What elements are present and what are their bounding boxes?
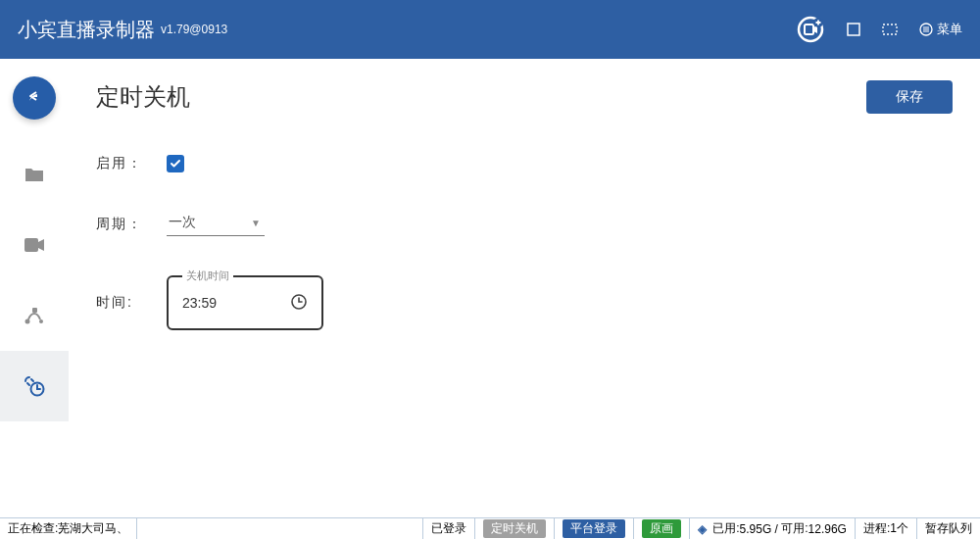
sidebar-item-cleanup[interactable] [0,280,69,351]
window-dashed-icon[interactable] [882,24,898,35]
svg-point-7 [25,319,30,324]
page-title: 定时关机 [96,81,190,113]
app-version: v1.79@0913 [161,23,227,36]
status-login[interactable]: 已登录 [423,518,475,539]
svg-rect-6 [24,238,38,252]
main-panel: 定时关机 保存 启用： 周期： 一次 ▼ 时间: 关机时间 [69,59,980,517]
status-bar: 正在检查: 芜湖大司马、 已登录 定时关机 平台登录 原画 ◈ 已用:5.95G… [0,517,980,539]
chevron-down-icon: ▼ [251,218,261,228]
status-chip-shutdown[interactable]: 定时关机 [475,518,555,539]
app-header: 小宾直播录制器 v1.79@0913 菜单 [0,0,980,59]
status-process: 进程:1个 [856,518,917,539]
svg-rect-9 [32,308,37,313]
status-disk: ◈ 已用:5.95G / 可用:12.96G [690,518,856,539]
svg-rect-1 [805,24,813,34]
disk-icon: ◈ [698,522,707,536]
shutdown-time-input[interactable]: 关机时间 23:59 [167,275,323,330]
svg-rect-4 [883,24,897,34]
sidebar-item-record[interactable] [0,210,69,280]
period-label: 周期： [96,216,167,233]
enable-label: 启用： [96,155,167,172]
status-checking: 正在检查: 芜湖大司马、 [0,518,137,539]
app-title: 小宾直播录制器 [18,17,155,43]
record-add-icon[interactable] [796,15,825,44]
enable-checkbox[interactable] [167,155,184,172]
sidebar-item-folder[interactable] [0,139,69,210]
status-queue[interactable]: 暂存队列 [917,518,980,539]
time-label: 时间: [96,294,167,312]
svg-rect-3 [848,24,859,35]
status-chip-quality[interactable]: 原画 [634,518,690,539]
time-legend: 关机时间 [182,269,233,283]
menu-label: 菜单 [937,21,962,38]
menu-button[interactable]: 菜单 [919,21,962,38]
save-button[interactable]: 保存 [866,80,953,114]
sidebar [0,59,69,517]
back-button[interactable] [13,76,56,120]
status-chip-platform[interactable]: 平台登录 [555,518,634,539]
clock-icon [290,293,308,314]
window-square-icon[interactable] [847,23,860,36]
time-value: 23:59 [182,295,217,311]
period-value: 一次 [169,214,196,231]
sidebar-item-schedule[interactable] [0,351,69,421]
period-select[interactable]: 一次 ▼ [167,212,265,236]
svg-point-8 [39,319,43,323]
